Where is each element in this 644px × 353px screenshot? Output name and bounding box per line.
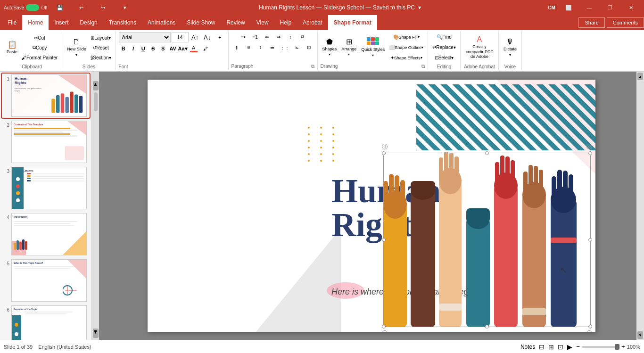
columns-button[interactable]: ⋮⋮ (279, 42, 291, 52)
shape-fill-button[interactable]: 🎨 Shape Fill ▾ (388, 33, 425, 42)
text-direction-button[interactable]: ⊾ (291, 42, 303, 52)
tab-review[interactable]: Review (221, 15, 250, 30)
quick-styles-button[interactable]: Quick Styles ▾ (359, 33, 387, 62)
tab-transitions[interactable]: Transitions (103, 15, 142, 30)
save-button[interactable]: 💾 (50, 0, 69, 15)
paste-button[interactable]: 📋 Paste (5, 33, 19, 62)
highlight-color-button[interactable]: 🖍 (200, 44, 211, 53)
align-center-button[interactable]: ≡ (243, 42, 255, 52)
view-reading-button[interactable]: ⊡ (558, 343, 563, 351)
align-left-button[interactable]: ⫿ (231, 42, 243, 52)
user-avatar[interactable]: CM (546, 2, 557, 13)
increase-font-button[interactable]: A↑ (190, 33, 201, 42)
align-text-button[interactable]: ⊡ (303, 42, 314, 52)
italic-button[interactable]: I (129, 44, 138, 53)
layout-button[interactable]: ⊞ Layout ▾ (89, 33, 113, 42)
vertical-scrollbar[interactable]: ▲ ▼ (636, 72, 644, 340)
replace-button[interactable]: ⇄ Replace ▾ (431, 42, 457, 52)
svg-rect-55 (552, 176, 556, 202)
close-button[interactable]: ✕ (621, 0, 640, 15)
undo-button[interactable]: ↩ (72, 0, 91, 15)
vscroll-down[interactable]: ▼ (637, 331, 643, 339)
tab-file[interactable]: File (2, 15, 22, 30)
paragraph-group-content: ≡• ≡1 ⇐ ⇒ ↕ ⧉ ⫿ ≡ ⫾ ☰ ⋮⋮ ⊾ ⊡ (231, 32, 314, 63)
font-color-button[interactable]: A (188, 44, 199, 53)
bullets-button[interactable]: ≡• (238, 32, 249, 41)
copy-button[interactable]: ⧉ Copy (20, 43, 59, 52)
tab-slideshow[interactable]: Slide Show (181, 15, 221, 30)
change-case-button[interactable]: Aa▾ (178, 44, 188, 53)
shape-effects-button[interactable]: ✦ Shape Effects ▾ (388, 53, 425, 63)
autosave-toggle[interactable]: AutoSave Off (4, 4, 48, 11)
slide-panel-scrollbar[interactable]: ▲ ▼ (92, 72, 99, 340)
autosave-switch[interactable] (26, 4, 39, 11)
underline-button[interactable]: U (139, 44, 148, 53)
section-button[interactable]: § Section ▾ (89, 53, 113, 62)
zoom-out-button[interactable]: − (576, 343, 580, 350)
tab-design[interactable]: Design (74, 15, 103, 30)
tab-help[interactable]: Help (274, 15, 297, 30)
shape-outline-button[interactable]: ⬜ Shape Outline ▾ (388, 43, 425, 52)
smartart-button[interactable]: ⧉ (297, 32, 308, 41)
customize-qat-button[interactable]: ▾ (116, 0, 134, 15)
format-painter-button[interactable]: 🖌 Format Painter (20, 53, 59, 62)
font-size-input[interactable] (172, 32, 189, 42)
create-pdf-button[interactable]: A Crear y compartir PDF de Adobe (463, 33, 495, 62)
decrease-font-button[interactable]: A↓ (202, 33, 213, 42)
tab-animations[interactable]: Animations (142, 15, 181, 30)
paragraph-expand-icon[interactable]: ⧉ (311, 64, 314, 69)
slide-thumb-3[interactable]: 3 Table of Contents (2, 166, 90, 210)
ribbon-display-button[interactable]: ⬜ (559, 0, 578, 15)
align-right-button[interactable]: ⫾ (255, 42, 266, 52)
hands-illustration[interactable] (379, 143, 591, 332)
share-button[interactable]: Share (578, 17, 604, 28)
justify-button[interactable]: ☰ (267, 42, 278, 52)
line-spacing-button[interactable]: ↕ (285, 32, 296, 41)
clear-format-button[interactable]: ✦ (214, 33, 225, 42)
slide-thumb-5[interactable]: 5 What Is This Topic About? (2, 258, 90, 303)
redo-button[interactable]: ↪ (94, 0, 113, 15)
tab-shape-format[interactable]: Shape Format (328, 15, 377, 30)
decrease-indent-button[interactable]: ⇐ (261, 32, 272, 41)
cut-button[interactable]: ✂ Cut (20, 33, 59, 42)
char-spacing-button[interactable]: AV (168, 44, 178, 53)
vscroll-up[interactable]: ▲ (637, 73, 643, 80)
select-button[interactable]: ⊡ Select ▾ (433, 53, 455, 62)
svg-rect-34 (439, 157, 443, 183)
title-dropdown[interactable]: ▾ (418, 4, 421, 11)
font-family-select[interactable]: Arial (119, 32, 171, 42)
slide-thumb-6[interactable]: 6 Features of the Topic (2, 304, 90, 340)
shapes-button[interactable]: ⬟ Shapes ▾ (321, 33, 339, 62)
strikethrough-button[interactable]: S (149, 44, 158, 53)
view-slide-sorter-button[interactable]: ⊞ (548, 343, 554, 351)
tab-home[interactable]: Home (22, 15, 49, 30)
arrange-button[interactable]: ⊞ Arrange ▾ (339, 33, 358, 62)
zoom-slider[interactable] (582, 346, 619, 348)
scroll-up-button[interactable]: ▲ (93, 81, 99, 90)
comments-button[interactable]: Comments (607, 17, 644, 28)
new-slide-button[interactable]: 🗋 New Slide ▾ (65, 33, 88, 62)
find-button[interactable]: 🔍 Find (435, 32, 453, 41)
zoom-in-button[interactable]: + (621, 343, 625, 350)
view-slideshow-button[interactable]: ▶ (567, 343, 572, 351)
reset-button[interactable]: ↺ Reset (89, 43, 113, 52)
dictate-button[interactable]: 🎙 Dictate ▾ (502, 33, 519, 62)
bold-button[interactable]: B (119, 44, 128, 53)
numbering-button[interactable]: ≡1 (249, 32, 261, 41)
minimize-button[interactable]: — (580, 0, 599, 15)
restore-button[interactable]: ❐ (601, 0, 619, 15)
tab-view[interactable]: View (251, 15, 274, 30)
increase-indent-button[interactable]: ⇒ (273, 32, 284, 41)
tab-acrobat[interactable]: Acrobat (297, 15, 328, 30)
tab-insert[interactable]: Insert (49, 15, 74, 30)
notes-button[interactable]: Notes (520, 344, 535, 350)
view-normal-button[interactable]: ⊟ (539, 343, 545, 351)
drawing-expand-icon[interactable]: ⧉ (421, 64, 425, 69)
scroll-thumb[interactable] (94, 92, 98, 111)
scroll-down-button[interactable]: ▼ (93, 328, 99, 338)
slide-thumb-4[interactable]: 4 Introduction (2, 212, 90, 256)
slide-panel[interactable]: 1 HumanRights Here is where your present… (0, 72, 92, 340)
shadow-button[interactable]: S (158, 44, 168, 53)
slide-thumb-2[interactable]: 2 Contents of This Template (2, 120, 90, 164)
slide-thumb-1[interactable]: 1 HumanRights Here is where your present… (2, 74, 90, 118)
